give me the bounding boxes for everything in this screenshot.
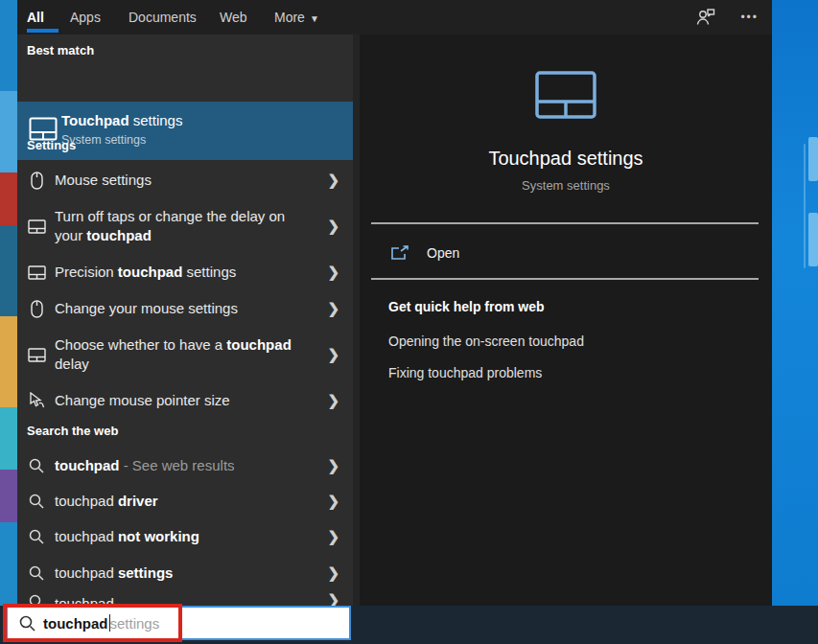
list-item-web-driver[interactable]: touchpad driver ❯ — [17, 483, 353, 518]
best-match-title: Touchpad settings — [61, 112, 182, 128]
list-item-web-partial[interactable]: touchpad ❯ — [17, 590, 353, 606]
search-results-list: Best match Touchpad settings System sett… — [17, 34, 353, 606]
tab-web[interactable]: Web — [220, 0, 247, 34]
list-item-touchpad-delay[interactable]: Choose whether to have a touchpad delay … — [17, 327, 353, 382]
touchpad-icon — [26, 219, 47, 234]
chevron-right-icon: ❯ — [327, 392, 339, 409]
chevron-right-icon: ❯ — [327, 457, 339, 474]
touchpad-icon — [535, 71, 596, 119]
mouse-icon — [26, 172, 47, 190]
ellipsis-icon[interactable]: ••• — [740, 11, 759, 24]
chevron-right-icon: ❯ — [327, 264, 339, 281]
account-icon[interactable] — [696, 9, 715, 26]
open-external-icon — [390, 245, 409, 261]
list-item-web-not-working[interactable]: touchpad not working ❯ — [17, 518, 353, 555]
help-item-onscreen-touchpad[interactable]: Opening the on-screen touchpad — [388, 334, 584, 349]
list-item-web-see-results[interactable]: touchpad - See web results ❯ — [17, 448, 353, 483]
search-icon — [26, 565, 47, 581]
search-icon — [26, 458, 47, 473]
section-header-settings: Settings — [27, 138, 76, 152]
list-item-turn-off-taps[interactable]: Turn off taps or change the delay on you… — [17, 198, 353, 254]
chevron-right-icon: ❯ — [327, 493, 339, 510]
help-section-header: Get quick help from web — [388, 299, 545, 314]
windows-search-screen: All Apps Documents Web More▼ ••• Best ma… — [0, 0, 818, 644]
list-item-web-settings[interactable]: touchpad settings ❯ — [17, 555, 353, 590]
windows-logo-pane — [804, 144, 806, 268]
search-query-text: touchpad — [43, 615, 108, 632]
open-action[interactable]: Open — [360, 228, 772, 278]
section-header-search-web: Search the web — [27, 424, 118, 438]
chevron-right-icon: ❯ — [327, 218, 339, 235]
chevron-down-icon: ▼ — [310, 13, 319, 24]
active-tab-underline — [27, 29, 58, 33]
chevron-right-icon: ❯ — [327, 172, 339, 189]
open-label: Open — [427, 245, 459, 261]
search-icon — [26, 494, 47, 509]
panel-divider — [353, 34, 360, 606]
chevron-right-icon: ❯ — [327, 591, 339, 606]
chevron-right-icon: ❯ — [327, 564, 339, 582]
chevron-right-icon: ❯ — [327, 300, 339, 317]
search-suggestion-text: settings — [110, 615, 160, 632]
list-item-pointer-size[interactable]: Change mouse pointer size ❯ — [17, 382, 353, 419]
section-header-best-match: Best match — [27, 43, 94, 58]
preview-subtitle: System settings — [360, 178, 772, 193]
preview-pane: Touchpad settings System settings Open G… — [360, 34, 772, 606]
search-icon — [26, 594, 47, 606]
divider — [371, 278, 759, 280]
tab-apps[interactable]: Apps — [70, 0, 101, 34]
chevron-right-icon: ❯ — [327, 346, 339, 363]
list-item-mouse-settings[interactable]: Mouse settings ❯ — [17, 162, 353, 198]
list-item-precision-touchpad[interactable]: Precision touchpad settings ❯ — [17, 254, 353, 290]
touchpad-icon — [26, 348, 47, 362]
divider — [371, 222, 759, 224]
search-icon — [19, 615, 35, 632]
touchpad-icon — [26, 265, 47, 280]
pointer-icon — [26, 392, 47, 409]
preview-title: Touchpad settings — [360, 148, 772, 170]
taskbar-search-input[interactable]: touchpad settings — [6, 606, 351, 640]
tab-documents[interactable]: Documents — [129, 0, 197, 34]
list-item-change-mouse-settings[interactable]: Change your mouse settings ❯ — [17, 290, 353, 327]
windows-logo-pane — [808, 137, 818, 181]
desktop-strip-right — [772, 0, 818, 606]
search-filter-bar: All Apps Documents Web More▼ ••• — [17, 0, 772, 34]
chevron-right-icon: ❯ — [327, 528, 339, 545]
mouse-icon — [26, 300, 47, 318]
desktop-strip-left — [0, 0, 17, 606]
search-icon — [26, 529, 47, 544]
tab-more[interactable]: More▼ — [274, 0, 319, 34]
windows-logo-pane — [808, 213, 818, 266]
help-item-fixing-problems[interactable]: Fixing touchpad problems — [388, 365, 542, 380]
